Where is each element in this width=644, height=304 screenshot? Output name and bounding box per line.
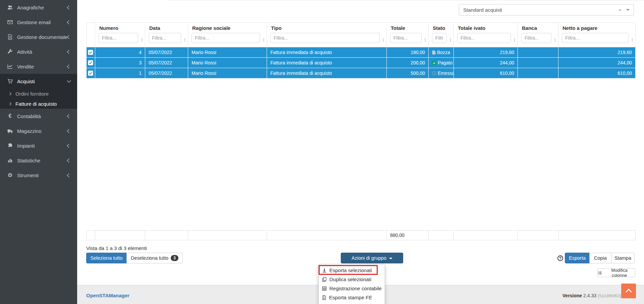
filter-netto-input[interactable] [562,33,629,43]
header-ragione-sociale: Ragione sociale ▲▼ [188,23,267,47]
select-all-button[interactable]: Seleziona tutto [86,253,127,263]
filter-data-input[interactable] [149,33,181,43]
clock-icon [432,71,436,75]
gear-icon [7,172,13,178]
sidebar-item-magazzino[interactable]: Magazzino [0,123,77,138]
header-totale: Totale ▲▼ [387,23,429,47]
table-totals-row: 880,00 [86,230,636,240]
sidebar-item-acquisti[interactable]: Acquisti [0,74,77,89]
brand-link[interactable]: OpenSTAManager [86,293,129,298]
sidebar: Anagrafiche Gestione email Gestione docu… [0,0,77,304]
header-numero: Numero ▲▼ [95,23,145,47]
sort-icon[interactable]: ▲▼ [513,38,516,42]
sort-icon[interactable]: ▲▼ [183,38,186,42]
print-button[interactable]: Stampa [611,253,635,263]
sidebar-item-strumenti[interactable]: Strumenti [0,168,77,183]
totals-ragione-sociale [188,231,267,240]
help-icon[interactable]: ? [557,255,563,261]
sidebar-item-impianti[interactable]: Impianti [0,138,77,153]
filter-ragione-sociale-input[interactable] [192,33,260,43]
filter-stato-input[interactable] [432,33,447,43]
totals-totale: 880,00 [387,231,429,240]
sidebar-subitem-ordini-fornitore[interactable]: Ordini fornitore [0,89,77,99]
export-button-group: Esporta Copia Stampa [565,253,635,263]
sidebar-item-label: Strumenti [17,172,67,178]
deselect-all-button[interactable]: Deseleziona tutto 3 [126,253,183,263]
table-row[interactable]: 3 05/07/2022 Mario Rossi Fattura immedia… [87,58,636,68]
sidebar-item-vendite[interactable]: Vendite [0,59,77,74]
header-checkbox-column [87,23,95,47]
envelope-icon [7,19,13,25]
cell-netto-a-pagare: 219,60 [558,47,636,58]
sidebar-item-gestione-documentale[interactable]: Gestione documentale [0,30,77,44]
header-tipo: Tipo ▲▼ [267,23,387,47]
sort-icon[interactable]: ▲▼ [424,38,427,42]
menu-item-duplica-selezionati[interactable]: Duplica selezionati [319,275,385,284]
menu-item-esporta-stampe-fe[interactable]: Esporta stampe FE [319,293,385,302]
cell-tipo: Fattura immediata di acquisto [267,47,387,58]
edit-columns-button[interactable]: Modifica colonne [597,268,635,277]
chevron-left-icon [67,20,71,24]
header-netto-a-pagare: Netto a pagare ▲▼ [558,23,636,47]
group-actions-menu: Esporta selezionati Duplica selezionati … [318,264,385,304]
chevron-up-icon [626,289,632,295]
copy-icon [322,277,327,282]
app-root: { "sidebar": { "items": [ {"label": "Ana… [0,0,644,304]
sidebar-item-statistiche[interactable]: Statistiche [0,153,77,168]
chevron-left-icon [67,129,71,133]
sidebar-item-label: Gestione email [17,19,67,25]
copy-button[interactable]: Copia [589,253,611,263]
totals-stato [429,231,454,240]
puzzle-icon [7,143,13,148]
chevron-left-icon [67,158,71,163]
filter-numero-input[interactable] [99,33,138,43]
cart-icon [7,79,13,84]
cell-totale-ivato: 244,00 [454,58,518,68]
menu-item-esporta-selezionati[interactable]: Esporta selezionati [319,266,385,275]
main-content: Standard acquisti × Numero ▲▼ Data ▲▼ [77,0,644,304]
sidebar-subitem-fatture-di-acquisto[interactable]: Fatture di acquisto [0,99,77,109]
group-actions-button[interactable]: Azioni di gruppo [341,253,403,263]
truck-icon [7,129,13,134]
cell-numero: 1 [95,68,145,79]
cell-data: 05/07/2022 [145,47,188,58]
filter-totale-input[interactable] [390,33,422,43]
cell-banca [518,68,558,79]
table-row[interactable]: 4 05/07/2022 Mario Rossi Fattura immedia… [87,47,636,58]
sidebar-item-attivita[interactable]: Attività [0,44,77,59]
sort-icon[interactable]: ▲▼ [141,38,143,42]
chevron-left-icon [67,5,71,10]
table-row[interactable]: 1 05/07/2022 Mario Rossi Fattura immedia… [87,68,636,79]
chevron-left-icon [67,114,71,118]
export-button[interactable]: Esporta [565,253,590,263]
sidebar-item-contabilita[interactable]: € Contabilità [0,109,77,123]
sort-icon[interactable]: ▲▼ [262,38,265,42]
sidebar-item-anagrafiche[interactable]: Anagrafiche [0,0,77,15]
header-stato: Stato ▲▼ [429,23,454,47]
cell-numero: 4 [95,47,145,58]
clear-icon[interactable]: × [614,7,626,13]
module-template-select[interactable]: Standard acquisti × [459,4,634,16]
scroll-to-top-button[interactable] [621,284,636,298]
cell-stato: Pagato [429,58,454,68]
cell-banca [518,58,558,68]
chevron-left-icon [67,35,71,39]
sort-icon[interactable]: ▲▼ [631,38,634,42]
sort-icon[interactable]: ▲▼ [382,38,385,42]
filter-totale-ivato-input[interactable] [457,33,511,43]
menu-item-esporta-xml[interactable]: Esporta XML [319,302,385,304]
row-checkbox[interactable] [87,58,95,68]
sort-icon[interactable]: ▲▼ [554,38,556,42]
totals-netto-a-pagare [558,231,636,240]
sidebar-item-label: Acquisti [17,79,67,84]
row-checkbox[interactable] [87,47,95,58]
menu-item-registrazione-contabile[interactable]: Registrazione contabile [319,284,385,293]
filter-tipo-input[interactable] [270,33,380,43]
filter-banca-input[interactable] [521,33,551,43]
totals-data [145,231,188,240]
sort-icon[interactable]: ▲▼ [449,38,452,42]
row-checkbox[interactable] [87,68,95,79]
sidebar-item-gestione-email[interactable]: Gestione email [0,15,77,30]
sidebar-submenu-acquisti: Ordini fornitore Fatture di acquisto [0,89,77,109]
cell-ragione-sociale: Mario Rossi [188,58,267,68]
